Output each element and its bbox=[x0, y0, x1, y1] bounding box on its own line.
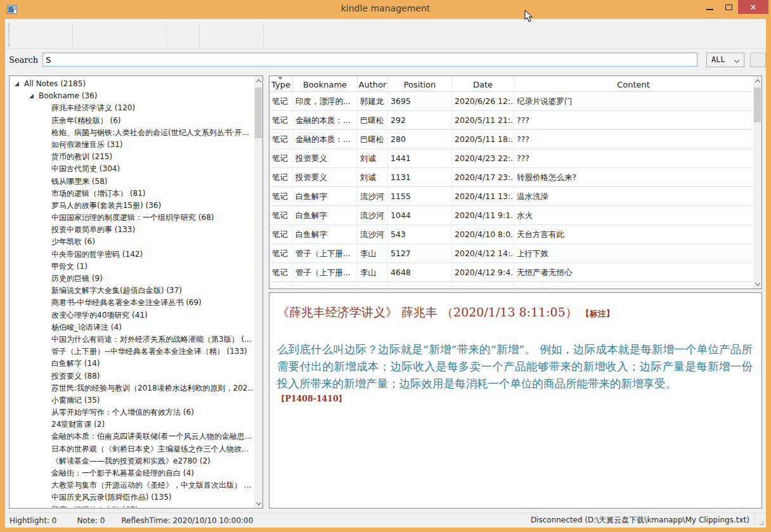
table-row[interactable]: 笔记投资要义刘诚11312020/4/17 23:...转股价格怎么来? bbox=[269, 168, 753, 187]
cell-content: 转股价格怎么来? bbox=[514, 168, 753, 187]
tree-item-book[interactable]: 中国为什么有前途：对外经济关系的战略潜能（第3版） (... bbox=[10, 334, 254, 346]
cell-content: 温水洗澡 bbox=[514, 187, 753, 206]
scroll-down-icon[interactable] bbox=[753, 279, 761, 289]
tree-item-book[interactable]: 金融街：一个影子私募基金经理的自白 (4) bbox=[10, 467, 254, 479]
tree-item-book[interactable]: 枪炮、病菌与钢铁:人类社会的命运(世纪人文系列丛书·开... bbox=[10, 127, 254, 139]
tree-item-book[interactable]: 24堂财富课 (2) bbox=[10, 418, 254, 431]
cell-content: 上行下效 bbox=[514, 244, 753, 263]
tree-item-book[interactable]: 少年凯歌 (6) bbox=[10, 236, 254, 248]
search-input[interactable] bbox=[42, 53, 697, 67]
resize-grip[interactable] bbox=[757, 513, 765, 528]
table-row[interactable]: 笔记金融的本质：...巴曙松2922020/5/11 21:...??? bbox=[269, 111, 753, 130]
tree-item-book[interactable]: 中国古代简史 (304) bbox=[10, 163, 254, 175]
table-row[interactable]: 笔记白鱼解字流沙河11552020/4/11 13:...温水洗澡 bbox=[269, 187, 753, 206]
note-detail-title: 《薛兆丰经济学讲义》 薛兆丰 （2020/1/13 8:11:05）【标注】 bbox=[277, 304, 753, 321]
table-row[interactable]: 笔记白鱼解字流沙河10442020/4/11 9:1...水火 bbox=[269, 206, 753, 225]
tree-item-book[interactable]: 货币的教训 (215) bbox=[10, 151, 254, 163]
cell-position: 1131 bbox=[388, 168, 452, 187]
tree-item-book[interactable]: 投资中最简单的事 (133) bbox=[10, 224, 254, 236]
cell-bookname: 投资要义 bbox=[293, 168, 358, 187]
scroll-up-icon[interactable] bbox=[753, 76, 761, 86]
cell-type: 笔记 bbox=[269, 168, 293, 187]
cell-bookname: 金融的本质：... bbox=[293, 111, 358, 130]
tree-item-book[interactable]: 苏世民:我的经验与教训（2018读桥水达利欧的原则，202... bbox=[10, 382, 254, 394]
cell-date: 2020/5/11 21:... bbox=[452, 111, 514, 130]
tree-item-bookname[interactable]: Bookname (36) bbox=[10, 90, 254, 102]
table-row[interactable]: 笔记白鱼解字流沙河5432020/4/10 8:0...天台方言有此 bbox=[269, 225, 753, 244]
tree-item-book[interactable]: 大教堂与集市（开源运动的《圣经》，中文版首次出版） ... bbox=[10, 479, 254, 491]
close-icon: ✕ bbox=[750, 3, 757, 12]
cell-type: 笔记 bbox=[269, 263, 293, 282]
tree-item-book[interactable]: 历史的巨镜 (9) bbox=[10, 273, 254, 285]
tree-item-book[interactable]: 印度，漂浮的次大陆 (67) bbox=[10, 504, 254, 507]
cell-bookname: 投资要义 bbox=[293, 149, 358, 168]
tree-item-book[interactable]: 中国历史风云录(陈舜臣作品) (135) bbox=[10, 491, 254, 503]
table-row[interactable]: 笔记管子（上下册...李山45772020/4/12 9:4...养民思想 bbox=[269, 282, 753, 288]
tree-item-all-notes[interactable]: All Notes (2185) bbox=[10, 78, 254, 90]
cell-type: 笔记 bbox=[269, 149, 293, 168]
maximize-button[interactable] bbox=[719, 0, 738, 14]
book-tree: All Notes (2185) Bookname (36) 薛兆丰经济学讲义 … bbox=[10, 78, 254, 507]
cell-bookname: 管子（上下册... bbox=[293, 282, 358, 288]
tree-item-book[interactable]: 日本的世界观（《剑桥日本史》主编凝练之作三个人物故... bbox=[10, 443, 254, 455]
tree-item-book[interactable]: 从零开始学写作：个人增值的有效方法 (6) bbox=[10, 406, 254, 418]
tree-item-book[interactable]: 小窗幽记 (35) bbox=[10, 394, 254, 406]
tree-item-book[interactable]: 市场的逻辑（增订本） (81) bbox=[10, 188, 254, 200]
status-bar: Hightlight: 0 Note: 0 RefleshTime: 2020/… bbox=[5, 512, 766, 528]
tree-item-book[interactable]: 甲骨文 (1) bbox=[10, 261, 254, 273]
toolbar-separator bbox=[263, 24, 264, 47]
table-row[interactable]: 笔记印度，漂浮的...郭建龙36952020/6/26 12:...纪录片说婆罗… bbox=[269, 92, 753, 111]
sort-indicator-icon[interactable] bbox=[278, 77, 283, 80]
minimize-button[interactable] bbox=[700, 0, 719, 14]
tree-item-book[interactable]: 杨伯峻_论语译注 (4) bbox=[10, 321, 254, 334]
column-header-position[interactable]: Position bbox=[388, 76, 452, 92]
tree-item-book[interactable]: 如何假装懂音乐 (31) bbox=[10, 139, 254, 151]
cell-date: 2020/5/11 18:... bbox=[452, 130, 514, 149]
tree-item-book[interactable]: 中央帝国的哲学密码 (142) bbox=[10, 249, 254, 261]
tree-item-book[interactable]: 《解读基金——我的投资观和实践》e2780 (2) bbox=[10, 455, 254, 467]
cell-position: 5127 bbox=[388, 244, 452, 263]
search-button[interactable] bbox=[750, 53, 766, 67]
toolbar-grip-handle[interactable] bbox=[8, 23, 10, 46]
tree-item-book[interactable]: 白鱼解字 (14) bbox=[10, 358, 254, 370]
table-body: 笔记印度，漂浮的...郭建龙36952020/6/26 12:...纪录片说婆罗… bbox=[269, 92, 753, 288]
tree-item-book[interactable]: 投资要义 (88) bbox=[10, 370, 254, 382]
tree-scrollbar-thumb[interactable] bbox=[255, 88, 262, 138]
tree-item-book[interactable]: 商君书-中华经典名著全本全注全译丛书 (69) bbox=[10, 297, 254, 309]
expand-arrow-icon[interactable] bbox=[15, 82, 19, 86]
note-detail-body: 么到底什么叫边际？边际就是“新增”带来的“新增”。 例如，边际成本就是每新增一个… bbox=[277, 341, 753, 393]
scroll-down-icon[interactable] bbox=[254, 498, 262, 508]
tree-item-book[interactable]: 金融的本质：伯南克四讲美联储(看一个风云人物的金融思... bbox=[10, 431, 254, 443]
status-refresh-time: RefleshTime: 2020/10/10 10:00:00 bbox=[121, 516, 253, 525]
tree-item-book[interactable]: 新编说文解字大全集(超值白金版) (37) bbox=[10, 285, 254, 297]
column-header-author[interactable]: Author bbox=[358, 76, 388, 92]
tree-item-book[interactable]: 钱从哪里来 (58) bbox=[10, 176, 254, 188]
expand-arrow-icon[interactable] bbox=[29, 94, 34, 98]
table-row[interactable]: 笔记投资要义刘诚14412020/4/23 22:...??? bbox=[269, 149, 753, 168]
tree-scrollbar[interactable] bbox=[254, 76, 262, 508]
cell-bookname: 白鱼解字 bbox=[293, 187, 358, 206]
filter-dropdown[interactable]: ALL bbox=[706, 53, 744, 67]
cell-bookname: 印度，漂浮的... bbox=[293, 92, 358, 111]
tree-item-book[interactable]: 薛兆丰经济学讲义 (120) bbox=[10, 102, 254, 114]
column-header-content[interactable]: Content bbox=[514, 76, 753, 92]
tree-item-book[interactable]: 罗马人的故事(套装共15册) (36) bbox=[10, 200, 254, 212]
cell-date: 2020/4/12 9:4... bbox=[452, 263, 514, 282]
table-scrollbar-thumb[interactable] bbox=[754, 88, 761, 122]
table-row[interactable]: 笔记金融的本质：...巴曙松2802020/5/11 18:...??? bbox=[269, 130, 753, 149]
table-row[interactable]: 笔记管子（上下册...李山51272020/4/12 14:...上行下效 bbox=[269, 244, 753, 263]
scroll-up-icon[interactable] bbox=[254, 76, 262, 86]
tree-item-book[interactable]: 中国国家治理的制度逻辑：一个组织学研究 (68) bbox=[10, 212, 254, 224]
cell-position: 3695 bbox=[388, 92, 452, 111]
tree-item-book[interactable]: 管子（上下册）--中华经典名著全本全注全译（精） (133) bbox=[10, 346, 254, 358]
note-type-tag: 【标注】 bbox=[581, 309, 614, 318]
tree-item-book[interactable]: 庆余年(精校版） (6) bbox=[10, 115, 254, 127]
close-button[interactable]: ✕ bbox=[738, 0, 768, 14]
column-header-bookname[interactable]: Bookname bbox=[293, 76, 358, 92]
table-scrollbar[interactable] bbox=[753, 76, 761, 289]
table-row[interactable]: 笔记管子（上下册...李山46482020/4/12 9:4...无恒产者无恒心 bbox=[269, 263, 753, 282]
column-header-date[interactable]: Date bbox=[452, 76, 514, 92]
tree-item-book[interactable]: 改变心理学的40项研究 (41) bbox=[10, 309, 254, 321]
cell-date: 2020/4/11 9:1... bbox=[452, 206, 514, 225]
cell-type: 笔记 bbox=[269, 225, 293, 244]
